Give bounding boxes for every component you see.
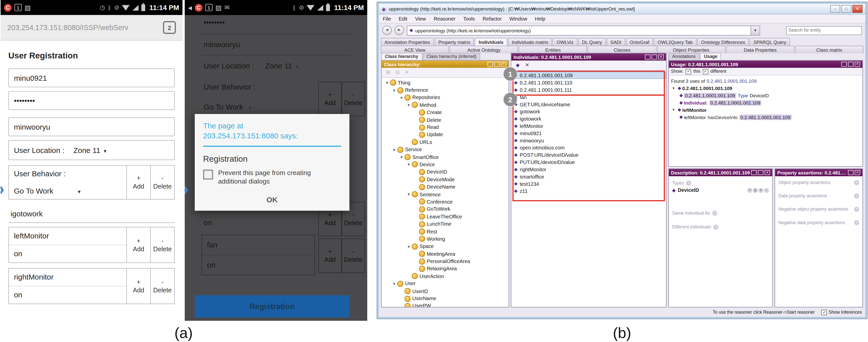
annotate-icon[interactable] xyxy=(753,187,758,193)
prevent-dialogs-checkbox[interactable]: Prevent this page from creating addition… xyxy=(203,169,341,186)
device-name[interactable]: leftMonitor xyxy=(9,228,126,245)
workspace-tab[interactable]: SADI xyxy=(607,38,625,46)
class-tree-item[interactable]: Method xyxy=(382,101,509,109)
panel-close-button[interactable] xyxy=(855,62,860,67)
menu-item[interactable]: File xyxy=(379,16,395,21)
class-tree-item[interactable]: GoToWork xyxy=(382,206,509,213)
edit-icon[interactable] xyxy=(764,187,769,193)
add-button[interactable]: + Add xyxy=(318,82,342,116)
panel-maximize-button[interactable] xyxy=(494,62,500,67)
class-tree-item[interactable]: UserName xyxy=(382,295,509,302)
individual-item[interactable]: rightMonitor xyxy=(512,166,666,173)
workspace-tab[interactable]: Individuals matrix xyxy=(508,38,552,46)
close-button[interactable] xyxy=(852,5,863,13)
menu-item[interactable]: Edit xyxy=(395,16,411,21)
workspace-tab[interactable]: Property matrix xyxy=(434,38,474,46)
expand-arrow-icon[interactable] xyxy=(671,108,676,112)
add-type-button[interactable] xyxy=(686,181,691,186)
workspace-tab[interactable]: Class matrix xyxy=(795,46,864,54)
add-same-individual-button[interactable] xyxy=(712,211,717,216)
workspace-tab[interactable]: Active Ontology xyxy=(450,46,518,54)
class-tree-item[interactable]: UserID xyxy=(382,287,509,295)
password-field[interactable]: •••••••• xyxy=(204,18,225,27)
device-name[interactable]: fan xyxy=(202,235,314,255)
individual-item[interactable]: minwooryu xyxy=(512,137,666,144)
url-field[interactable]: 203.254.173.151:8080/ISSP/webServ xyxy=(7,23,158,32)
panel-float-button[interactable] xyxy=(848,170,854,175)
filter-this-checkbox[interactable] xyxy=(686,69,691,74)
device-state[interactable]: on xyxy=(202,255,314,275)
add-assertion-button[interactable] xyxy=(854,180,859,185)
class-tree-item[interactable]: Device xyxy=(382,161,509,168)
class-tree-item[interactable]: RelaxingArea xyxy=(382,265,509,273)
individual-item[interactable]: fan xyxy=(512,94,666,101)
menu-item[interactable]: Help xyxy=(531,16,549,21)
expand-arrow-icon[interactable] xyxy=(406,103,411,107)
individual-item[interactable]: test1234 xyxy=(512,180,666,187)
individual-item[interactable]: leftMonitor xyxy=(512,122,666,130)
delete-button[interactable]: - Delete xyxy=(342,82,365,116)
panel-close-button[interactable] xyxy=(658,55,664,60)
class-tree-item[interactable]: SmartOffice xyxy=(382,153,509,161)
add-subclass-icon[interactable] xyxy=(384,69,392,76)
individual-item[interactable]: gotowork xyxy=(512,108,666,115)
username-field[interactable]: minu0921 xyxy=(8,68,175,87)
behavior-extra-field[interactable]: igotowork xyxy=(8,205,175,223)
delete-button[interactable]: - Delete xyxy=(151,165,175,200)
panel-float-button[interactable] xyxy=(487,62,493,67)
tab-usage[interactable]: Usage xyxy=(700,53,721,60)
panel-maximize-button[interactable] xyxy=(848,62,854,67)
expand-arrow-icon[interactable] xyxy=(392,88,397,92)
usage-group-row[interactable]: leftMonitor xyxy=(671,106,860,113)
workspace-tab[interactable]: DL Query xyxy=(578,38,606,46)
expand-arrow-icon[interactable] xyxy=(406,163,411,167)
panel-float-button[interactable] xyxy=(841,62,847,67)
delete-individual-icon[interactable] xyxy=(523,62,531,69)
add-individual-icon[interactable] xyxy=(514,62,522,69)
scroll-indicator-icon[interactable] xyxy=(0,179,4,198)
individual-item[interactable]: igotowork xyxy=(512,115,666,122)
expand-arrow-icon[interactable] xyxy=(384,81,390,85)
filter-different-checkbox[interactable] xyxy=(703,69,708,74)
class-tree-item[interactable]: DeviceMode xyxy=(382,176,509,183)
show-inferences-toggle[interactable]: Show Inferences xyxy=(822,309,862,315)
workspace-tab[interactable]: SPARQL Query xyxy=(749,38,790,46)
class-tree-item[interactable]: LunchTime xyxy=(382,220,509,228)
add-button[interactable]: + Add xyxy=(127,268,151,304)
behavior-select[interactable]: Go To Work xyxy=(14,187,121,195)
registration-submit-button[interactable]: Registration xyxy=(195,295,349,317)
class-tree-item[interactable]: Rest xyxy=(382,228,509,235)
delete-icon[interactable] xyxy=(758,187,763,193)
class-tree-item[interactable]: UserPW xyxy=(382,302,509,307)
individual-item[interactable]: PUT:URL/deviceID/value xyxy=(512,159,666,166)
class-tree-item[interactable]: Delete xyxy=(382,116,509,124)
add-assertion-button[interactable] xyxy=(854,194,859,199)
location-select[interactable]: Zone 11 xyxy=(265,62,298,70)
usage-group-row[interactable]: 0.2.481.1.0001.001.109 xyxy=(671,84,860,92)
add-assertion-button[interactable] xyxy=(854,220,859,225)
panel-close-button[interactable] xyxy=(855,170,860,175)
workspace-tab[interactable]: OntoGraf xyxy=(626,38,653,46)
delete-button[interactable]: - Delete xyxy=(151,227,175,263)
device-name[interactable]: rightMonitor xyxy=(9,269,126,286)
individual-item[interactable]: 0.2.481.1.0001.001.110 xyxy=(512,79,666,86)
entity-search-input[interactable] xyxy=(786,26,862,35)
active-ontology-selector[interactable]: upperontology (http://keti.re.kr/emsw/io… xyxy=(407,25,760,35)
workspace-tab[interactable]: ACE View xyxy=(381,46,449,54)
workspace-tab[interactable]: Entities xyxy=(519,46,587,54)
class-tree-item[interactable]: Space xyxy=(382,243,509,250)
usage-row[interactable]: 0.2.481.1.0001.001.109 Type DeviceID xyxy=(671,92,860,99)
class-tree-item[interactable]: LeaveTheOffice xyxy=(382,213,509,220)
workspace-tab[interactable]: Data Properties xyxy=(726,46,795,54)
window-title-bar[interactable]: upperontology (http://keti.re.kr/emsw/io… xyxy=(379,4,865,14)
back-button[interactable] xyxy=(382,26,392,35)
panel-maximize-button[interactable] xyxy=(758,170,763,175)
expand-arrow-icon[interactable] xyxy=(392,148,397,152)
forward-button[interactable] xyxy=(395,26,404,35)
password-field[interactable]: •••••••• xyxy=(8,91,175,110)
workspace-tab[interactable]: OWL2Query Tab xyxy=(654,38,696,46)
expand-arrow-icon[interactable] xyxy=(406,192,411,196)
class-tree-item[interactable]: Service xyxy=(382,146,509,153)
behavior-select[interactable]: Go To Work xyxy=(204,103,251,111)
add-button[interactable]: + Add xyxy=(127,227,151,263)
